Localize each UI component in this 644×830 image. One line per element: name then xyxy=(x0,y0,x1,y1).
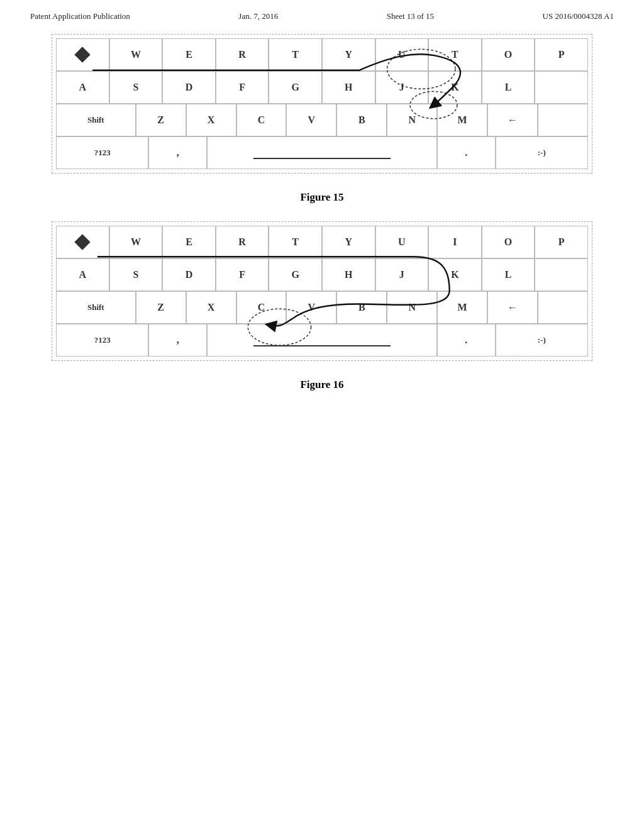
key-l[interactable]: L xyxy=(482,71,535,104)
key-w[interactable]: W xyxy=(109,38,163,71)
key-m[interactable]: M xyxy=(437,104,487,136)
f16-key-k[interactable]: K xyxy=(428,258,482,291)
f16-key-space[interactable] xyxy=(207,324,436,357)
header-date: Jan. 7, 2016 xyxy=(238,11,278,21)
header-left: Patent Application Publication xyxy=(30,11,130,21)
f16-key-f[interactable]: F xyxy=(216,258,269,291)
f16-keyboard-row-4: ?123 , . :-) xyxy=(56,324,588,357)
f16-key-empty1 xyxy=(535,258,588,291)
key-v[interactable]: V xyxy=(286,104,336,136)
f16-key-y[interactable]: Y xyxy=(322,226,375,258)
f16-key-empty2 xyxy=(538,291,588,324)
key-j[interactable]: J xyxy=(375,71,429,104)
key-r[interactable]: R xyxy=(216,38,269,71)
f16-key-w[interactable]: W xyxy=(109,226,163,258)
f16-key-g[interactable]: G xyxy=(269,258,322,291)
key-e[interactable]: E xyxy=(162,38,216,71)
key-a[interactable]: A xyxy=(56,71,109,104)
key-c[interactable]: C xyxy=(236,104,287,136)
key-p[interactable]: P xyxy=(535,38,588,71)
header-sheet: Sheet 13 of 15 xyxy=(387,11,434,21)
key-space[interactable] xyxy=(207,136,436,169)
figure16-keyboard-wrapper: W E R T Y U I O P A S D F G H J K L xyxy=(52,221,592,367)
figure15-keyboard-wrapper: W E R T Y U T O P A S D F G H J K L xyxy=(52,34,592,180)
f16-key-b[interactable]: B xyxy=(336,291,387,324)
f16-key-r[interactable]: R xyxy=(216,226,269,258)
key-g[interactable]: G xyxy=(269,71,322,104)
f16-key-backspace[interactable]: ← xyxy=(487,291,538,324)
key-z[interactable]: Z xyxy=(136,104,186,136)
figure15-caption: Figure 15 xyxy=(300,191,343,204)
f16-key-h[interactable]: H xyxy=(322,258,375,291)
f16-key-o[interactable]: O xyxy=(482,226,535,258)
f16-key-t[interactable]: T xyxy=(269,226,322,258)
f16-key-e[interactable]: E xyxy=(162,226,216,258)
key-u[interactable]: U xyxy=(375,38,429,71)
key-empty1 xyxy=(535,71,588,104)
key-emoji[interactable]: :-) xyxy=(496,136,588,169)
keyboard-row-4: ?123 , . :-) xyxy=(56,136,588,169)
keyboard-row-3: Shift Z X C V B N M ← xyxy=(56,104,588,136)
f16-key-p[interactable]: P xyxy=(535,226,588,258)
f16-key-a[interactable]: A xyxy=(56,258,109,291)
key-s[interactable]: S xyxy=(109,71,163,104)
key-f[interactable]: F xyxy=(216,71,269,104)
key-k[interactable]: K xyxy=(428,71,482,104)
f16-key-d[interactable]: D xyxy=(162,258,216,291)
f16-keyboard-row-1: W E R T Y U I O P xyxy=(56,226,588,258)
key-q[interactable] xyxy=(56,38,109,71)
key-b[interactable]: B xyxy=(336,104,387,136)
key-empty2 xyxy=(538,104,588,136)
key-backspace[interactable]: ← xyxy=(487,104,538,136)
figure16-caption: Figure 16 xyxy=(300,379,343,391)
f16-key-j[interactable]: J xyxy=(375,258,429,291)
key-t[interactable]: T xyxy=(269,38,322,71)
f16-key-c[interactable]: C xyxy=(236,291,287,324)
header-patent: US 2016/0004328 A1 xyxy=(543,11,614,21)
f16-key-v[interactable]: V xyxy=(286,291,336,324)
key-x[interactable]: X xyxy=(186,104,236,136)
f16-key-n[interactable]: N xyxy=(387,291,437,324)
f16-keyboard-row-3: Shift Z X C V B N M ← xyxy=(56,291,588,324)
key-h[interactable]: H xyxy=(322,71,375,104)
f16-key-i[interactable]: I xyxy=(428,226,482,258)
key-shift[interactable]: Shift xyxy=(56,104,136,136)
f16-keyboard-row-2: A S D F G H J K L xyxy=(56,258,588,291)
f16-key-s[interactable]: S xyxy=(109,258,163,291)
keyboard-row-2: A S D F G H J K L xyxy=(56,71,588,104)
figure15-keyboard: W E R T Y U T O P A S D F G H J K L xyxy=(52,34,592,174)
key-t2[interactable]: T xyxy=(428,38,482,71)
f16-key-emoji[interactable]: :-) xyxy=(496,324,588,357)
f16-key-l[interactable]: L xyxy=(482,258,535,291)
patent-header: Patent Application Publication Jan. 7, 2… xyxy=(0,0,644,28)
figure16-keyboard: W E R T Y U I O P A S D F G H J K L xyxy=(52,221,592,361)
key-period[interactable]: . xyxy=(437,136,496,169)
key-y[interactable]: Y xyxy=(322,38,375,71)
f16-key-shift[interactable]: Shift xyxy=(56,291,136,324)
key-comma[interactable]: , xyxy=(148,136,207,169)
f16-key-z[interactable]: Z xyxy=(136,291,186,324)
key-d[interactable]: D xyxy=(162,71,216,104)
key-n[interactable]: N xyxy=(387,104,437,136)
f16-key-u[interactable]: U xyxy=(375,226,429,258)
keyboard-row-1: W E R T Y U T O P xyxy=(56,38,588,71)
key-o[interactable]: O xyxy=(482,38,535,71)
f16-key-period[interactable]: . xyxy=(437,324,496,357)
f16-key-m[interactable]: M xyxy=(437,291,487,324)
f16-key-x[interactable]: X xyxy=(186,291,236,324)
key-123[interactable]: ?123 xyxy=(56,136,148,169)
f16-key-q[interactable] xyxy=(56,226,109,258)
f16-key-comma[interactable]: , xyxy=(148,324,207,357)
f16-key-123[interactable]: ?123 xyxy=(56,324,148,357)
